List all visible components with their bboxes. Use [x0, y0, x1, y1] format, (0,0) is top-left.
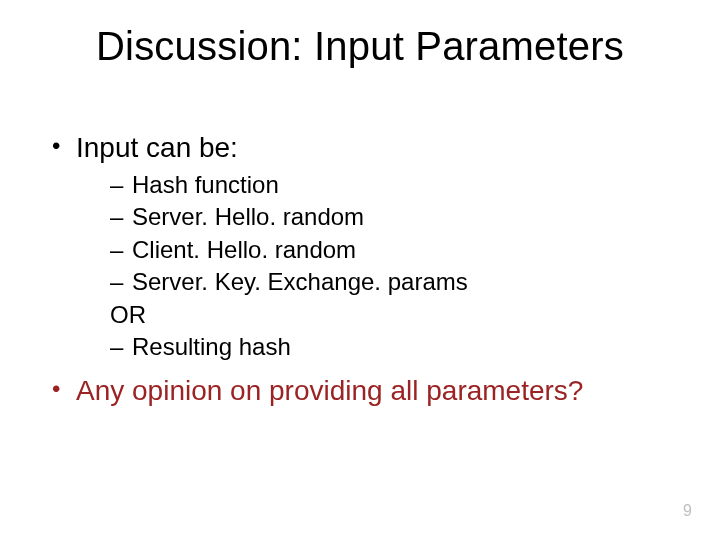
slide: Discussion: Input Parameters Input can b…	[0, 0, 720, 540]
slide-body: Input can be: Hash function Server. Hell…	[48, 130, 672, 414]
bullet-label: Any opinion on providing all parameters?	[76, 375, 583, 406]
slide-title: Discussion: Input Parameters	[0, 24, 720, 69]
sub-bullet-client-hello-random: Client. Hello. random	[110, 234, 672, 266]
page-number: 9	[683, 502, 692, 520]
bullet-list: Input can be: Hash function Server. Hell…	[48, 130, 672, 408]
bullet-any-opinion: Any opinion on providing all parameters?	[48, 373, 672, 408]
bullet-label: Input can be:	[76, 132, 238, 163]
sub-bullet-server-key-exchange: Server. Key. Exchange. params	[110, 266, 672, 298]
sub-bullet-hash-function: Hash function	[110, 169, 672, 201]
sub-bullet-resulting-hash: Resulting hash	[110, 331, 672, 363]
sub-bullet-list: Hash function Server. Hello. random Clie…	[110, 169, 672, 363]
sub-bullet-server-hello-random: Server. Hello. random	[110, 201, 672, 233]
bullet-input-can-be: Input can be: Hash function Server. Hell…	[48, 130, 672, 363]
sub-bullet-or: OR	[110, 299, 672, 331]
